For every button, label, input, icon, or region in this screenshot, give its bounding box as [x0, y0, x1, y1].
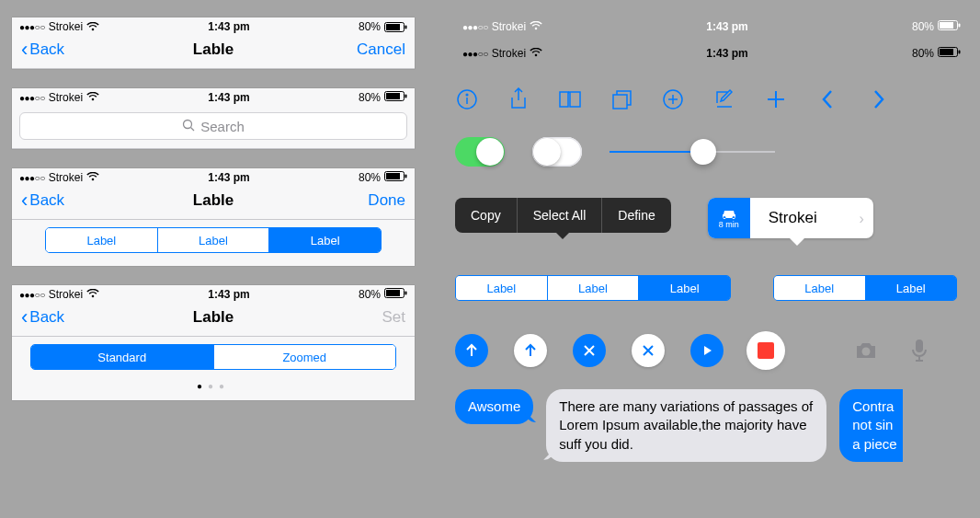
battery-label: 80% [359, 288, 381, 301]
dot-2: ● [208, 381, 219, 391]
seg-b1[interactable]: Label [774, 276, 866, 300]
bookmarks-icon[interactable] [558, 87, 582, 111]
message-bubble-received: There are many variations of passages of… [546, 389, 826, 462]
nav-title: Lable [193, 40, 234, 59]
wifi-icon [86, 22, 99, 31]
chevron-left-icon: ‹ [21, 192, 28, 208]
seg-b2[interactable]: Label [866, 276, 957, 300]
svg-rect-19 [958, 51, 960, 54]
nav-panel-set: ●●●○○Strokei 1:43 pm 80% ‹Back Lable Set… [12, 285, 415, 400]
battery-icon [938, 47, 961, 60]
segmented-control-a[interactable]: Label Label Label [455, 275, 731, 301]
svg-point-6 [184, 120, 192, 128]
battery-label: 80% [359, 20, 381, 33]
svg-rect-12 [386, 290, 400, 296]
segmented-control[interactable]: Label Label Label [45, 227, 382, 253]
nav-panel-done: ●●●○○Strokei 1:43 pm 80% ‹Back Lable Don… [12, 168, 415, 266]
seg-1[interactable]: Label [46, 228, 158, 252]
page-dots[interactable]: ●●● [12, 381, 415, 400]
chevron-left-icon: ‹ [21, 41, 28, 57]
set-button[interactable]: Set [332, 308, 405, 327]
popover-select-all[interactable]: Select All [518, 198, 603, 233]
svg-point-22 [466, 94, 468, 96]
close-button-outline[interactable] [632, 334, 665, 367]
carrier-label: Strokei [49, 20, 83, 33]
route-title: Strokei [750, 198, 873, 238]
svg-rect-13 [405, 292, 406, 295]
popover-copy[interactable]: Copy [455, 198, 518, 233]
svg-rect-5 [405, 95, 406, 98]
seg-a1[interactable]: Label [456, 276, 548, 300]
nav-panel-cancel: ●●●○○Strokei 1:43 pm 80% ‹Back Lable Can… [12, 17, 415, 69]
switch-off[interactable] [532, 137, 582, 167]
camera-icon[interactable] [852, 339, 880, 363]
share-icon[interactable] [507, 87, 530, 111]
seg-a3[interactable]: Label [639, 276, 730, 300]
status-bar: ●●●○○Strokei 1:43 pm 80% [12, 168, 415, 186]
signal-dots-icon: ●●●○○ [19, 22, 45, 32]
slider[interactable] [610, 139, 775, 165]
status-bar-dark: ●●●○○Strokei 1:43 pm 80% [455, 44, 968, 62]
back-button[interactable]: ‹Back [21, 40, 95, 59]
wifi-icon [86, 171, 99, 184]
seg-a2[interactable]: Label [548, 276, 640, 300]
microphone-icon[interactable] [906, 339, 933, 363]
tabs-icon[interactable] [610, 87, 633, 111]
switch-on[interactable] [455, 137, 505, 167]
dot-3: ● [219, 381, 230, 391]
clock-label: 1:43 pm [706, 20, 747, 33]
svg-rect-16 [958, 24, 960, 28]
route-popover[interactable]: 8 min Strokei › [708, 198, 873, 238]
dot-1: ● [197, 381, 208, 391]
status-bar: ●●●○○Strokei 1:43 pm 80% [12, 88, 415, 106]
cancel-button[interactable]: Cancel [332, 40, 405, 59]
wifi-icon [530, 47, 542, 60]
compose-icon[interactable] [712, 87, 736, 111]
seg-zoomed[interactable]: Zoomed [214, 345, 396, 369]
status-bar: ●●●○○Strokei 1:43 pm 80% [12, 17, 415, 35]
svg-rect-9 [386, 173, 400, 179]
clock-label: 1:43 pm [208, 20, 249, 33]
route-duration: 8 min [719, 220, 739, 229]
record-stop-button[interactable] [749, 334, 782, 367]
svg-rect-1 [386, 24, 400, 30]
search-panel: ●●●○○Strokei 1:43 pm 80% Search [12, 88, 415, 149]
battery-label: 80% [359, 91, 381, 104]
arrow-up-button[interactable] [455, 334, 488, 367]
back-button[interactable]: ‹Back [21, 191, 95, 210]
close-button[interactable] [573, 334, 606, 367]
segmented-control-b[interactable]: Label Label [773, 275, 957, 301]
clock-label: 1:43 pm [208, 288, 249, 301]
seg-3[interactable]: Label [269, 228, 381, 252]
chevron-left-icon[interactable] [815, 87, 839, 111]
clock-label: 1:43 pm [706, 47, 747, 60]
svg-rect-15 [940, 22, 953, 29]
search-placeholder: Search [200, 119, 245, 134]
text-action-popover: Copy Select All Define [455, 198, 671, 233]
search-input[interactable]: Search [19, 112, 407, 140]
svg-rect-23 [613, 95, 627, 109]
seg-2[interactable]: Label [158, 228, 270, 252]
add-circle-icon[interactable] [661, 87, 685, 111]
battery-icon [384, 91, 407, 104]
svg-line-7 [191, 127, 195, 131]
carrier-label: Strokei [492, 47, 526, 60]
seg-standard[interactable]: Standard [31, 345, 214, 369]
arrow-up-button-outline[interactable] [514, 334, 547, 367]
segmented-control[interactable]: Standard Zoomed [30, 344, 396, 370]
svg-rect-18 [940, 49, 953, 55]
battery-label: 80% [912, 20, 934, 33]
done-button[interactable]: Done [332, 191, 405, 210]
back-button[interactable]: ‹Back [21, 308, 95, 327]
carrier-label: Strokei [492, 20, 526, 33]
play-button[interactable] [690, 334, 724, 367]
info-icon[interactable] [455, 87, 479, 111]
battery-icon [384, 171, 407, 184]
plus-icon[interactable] [764, 87, 788, 111]
chevron-right-icon[interactable] [867, 87, 891, 111]
message-bubble-sent: Awsome [455, 389, 533, 424]
popover-define[interactable]: Define [602, 198, 670, 233]
wifi-icon [530, 20, 542, 33]
status-bar-light: ●●●○○Strokei 1:43 pm 80% [455, 17, 968, 35]
signal-dots-icon: ●●●○○ [19, 290, 45, 300]
